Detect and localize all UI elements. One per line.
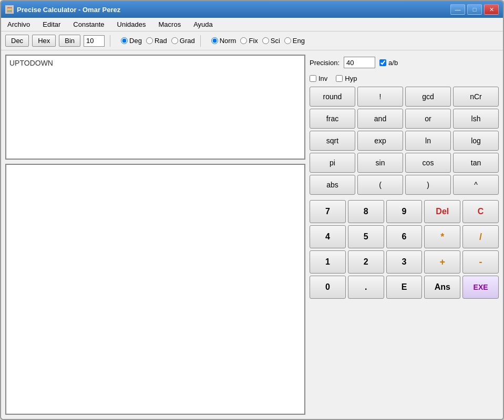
window-title: Precise Calculator - Omar Perez — [17, 6, 120, 14]
title-bar-left: 🧮 Precise Calculator - Omar Perez — [5, 5, 120, 14]
ab-checkbox-label[interactable]: a/b — [379, 59, 398, 67]
upper-display[interactable]: UPTODOWN — [5, 55, 305, 160]
func-btn-[interactable]: ( — [357, 175, 403, 195]
right-panel: Precision: a/b Inv Hyp round!gc — [310, 55, 499, 415]
func-btn-[interactable]: ) — [405, 175, 451, 195]
numpad-btn-5[interactable]: 5 — [348, 225, 384, 248]
func-btn-cos[interactable]: cos — [405, 153, 451, 173]
fix-radio[interactable] — [240, 37, 247, 44]
func-btn-ln[interactable]: ln — [405, 131, 451, 151]
numpad: 789DelC456*/123+-0.EAnsEXE — [310, 200, 499, 299]
app-icon: 🧮 — [5, 5, 14, 14]
maximize-button[interactable]: □ — [467, 4, 482, 15]
menu-item-macros[interactable]: Macros — [157, 19, 183, 29]
numpad-btn-1[interactable]: 1 — [310, 250, 346, 274]
main-content: UPTODOWN Precision: a/b Inv — [1, 50, 503, 419]
func-btn-gcd[interactable]: gcd — [405, 87, 451, 107]
numpad-btn-del[interactable]: Del — [424, 200, 460, 223]
precision-input[interactable] — [344, 57, 375, 68]
func-btn-sqrt[interactable]: sqrt — [310, 131, 355, 151]
func-btn-pi[interactable]: pi — [310, 153, 355, 173]
hyp-checkbox[interactable] — [336, 75, 343, 82]
numpad-btn-9[interactable]: 9 — [386, 200, 423, 223]
func-btn-ncr[interactable]: nCr — [453, 87, 499, 107]
rad-radio[interactable] — [146, 37, 153, 44]
func-btn-frac[interactable]: frac — [310, 109, 355, 129]
numpad-btn-[interactable]: * — [424, 225, 460, 248]
grad-radio[interactable] — [171, 37, 178, 44]
hyp-label: Hyp — [345, 75, 357, 82]
close-button[interactable]: ✕ — [484, 4, 499, 15]
inv-label: Inv — [318, 75, 327, 82]
grad-radio-label[interactable]: Grad — [171, 37, 195, 45]
ab-label: a/b — [388, 59, 398, 67]
inv-checkbox-label[interactable]: Inv — [310, 75, 327, 82]
func-btn-[interactable]: ! — [357, 87, 403, 107]
numpad-btn-c[interactable]: C — [462, 200, 499, 223]
hyp-checkbox-label[interactable]: Hyp — [336, 75, 357, 82]
left-panel: UPTODOWN — [5, 55, 305, 415]
numpad-btn-e[interactable]: E — [386, 276, 423, 299]
func-btn-and[interactable]: and — [357, 109, 403, 129]
numpad-btn-[interactable]: - — [462, 250, 499, 274]
func-btn-or[interactable]: or — [405, 109, 451, 129]
func-btn-round[interactable]: round — [310, 87, 355, 107]
inv-hyp-row: Inv Hyp — [310, 74, 499, 83]
dec-button[interactable]: Dec — [5, 35, 29, 47]
notation-group: Norm Fix Sci Eng — [211, 37, 305, 45]
menu-item-ayuda[interactable]: Ayuda — [191, 19, 215, 29]
fix-radio-label[interactable]: Fix — [240, 37, 258, 45]
precision-label: Precision: — [310, 59, 340, 67]
digits-input[interactable] — [84, 35, 105, 47]
sci-radio-label[interactable]: Sci — [262, 37, 280, 45]
numpad-btn-7[interactable]: 7 — [310, 200, 346, 223]
norm-radio-label[interactable]: Norm — [211, 37, 236, 45]
numpad-btn-2[interactable]: 2 — [348, 250, 384, 274]
deg-radio-label[interactable]: Deg — [121, 37, 142, 45]
sci-radio[interactable] — [262, 37, 269, 44]
func-btn-[interactable]: ^ — [453, 175, 499, 195]
numpad-btn-0[interactable]: 0 — [310, 276, 346, 299]
angle-mode-group: Deg Rad Grad — [121, 37, 195, 45]
eng-radio-label[interactable]: Eng — [284, 37, 305, 45]
func-btn-tan[interactable]: tan — [453, 153, 499, 173]
menu-item-unidades[interactable]: Unidades — [115, 19, 148, 29]
main-window: 🧮 Precise Calculator - Omar Perez — □ ✕ … — [0, 0, 504, 420]
numpad-btn-3[interactable]: 3 — [386, 250, 423, 274]
inv-checkbox[interactable] — [310, 75, 316, 82]
func-btn-abs[interactable]: abs — [310, 175, 355, 195]
numpad-btn-8[interactable]: 8 — [348, 200, 384, 223]
func-btn-lsh[interactable]: lsh — [453, 109, 499, 129]
lower-display[interactable] — [5, 164, 305, 415]
sep1 — [110, 35, 110, 47]
rad-radio-label[interactable]: Rad — [146, 37, 167, 45]
numpad-btn-exe[interactable]: EXE — [462, 276, 499, 299]
deg-radio[interactable] — [121, 37, 128, 44]
menu-item-constante[interactable]: Constante — [71, 19, 106, 29]
upper-display-text: UPTODOWN — [9, 59, 53, 67]
title-bar-buttons: — □ ✕ — [450, 4, 499, 15]
numpad-btn-4[interactable]: 4 — [310, 225, 346, 248]
func-btn-sin[interactable]: sin — [357, 153, 403, 173]
toolbar: Dec Hex Bin Deg Rad Grad Norm Fix — [1, 32, 503, 50]
func-btn-exp[interactable]: exp — [357, 131, 403, 151]
numpad-btn-[interactable]: . — [348, 276, 384, 299]
numpad-btn-6[interactable]: 6 — [386, 225, 423, 248]
menu-bar: ArchivoEditarConstanteUnidadesMacrosAyud… — [1, 18, 503, 32]
ab-checkbox[interactable] — [379, 59, 386, 66]
sep2 — [200, 35, 201, 47]
precision-row: Precision: a/b — [310, 55, 499, 70]
norm-radio[interactable] — [211, 37, 218, 44]
numpad-btn-[interactable]: + — [424, 250, 460, 274]
menu-item-editar[interactable]: Editar — [40, 19, 63, 29]
numpad-btn-[interactable]: / — [462, 225, 499, 248]
function-buttons: round!gcdnCrfracandorlshsqrtexplnlogpisi… — [310, 87, 499, 195]
hex-button[interactable]: Hex — [32, 35, 56, 47]
numpad-btn-ans[interactable]: Ans — [424, 276, 460, 299]
func-btn-log[interactable]: log — [453, 131, 499, 151]
eng-radio[interactable] — [284, 37, 291, 44]
menu-item-archivo[interactable]: Archivo — [5, 19, 32, 29]
bin-button[interactable]: Bin — [59, 35, 80, 47]
minimize-button[interactable]: — — [450, 4, 465, 15]
title-bar: 🧮 Precise Calculator - Omar Perez — □ ✕ — [1, 1, 503, 18]
